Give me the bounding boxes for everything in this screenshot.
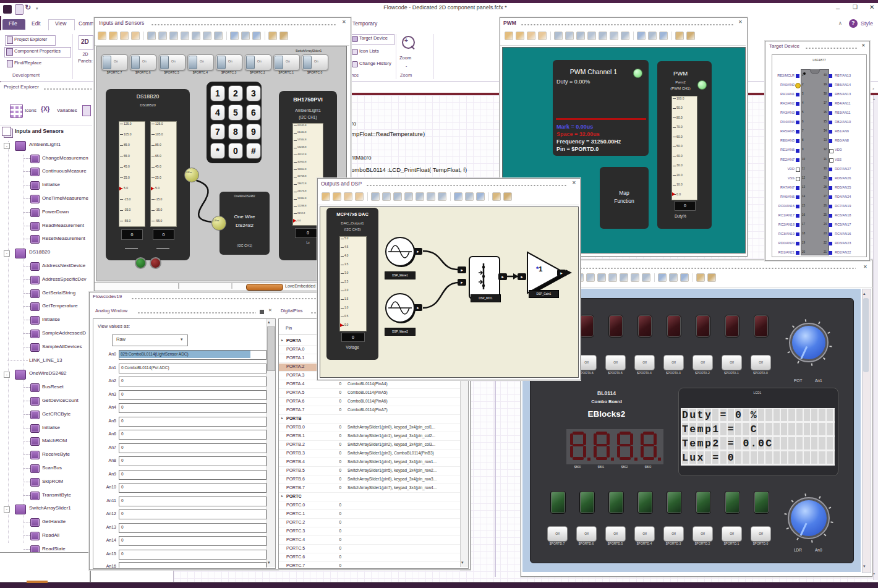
svg-text:*1: *1 bbox=[536, 265, 542, 273]
